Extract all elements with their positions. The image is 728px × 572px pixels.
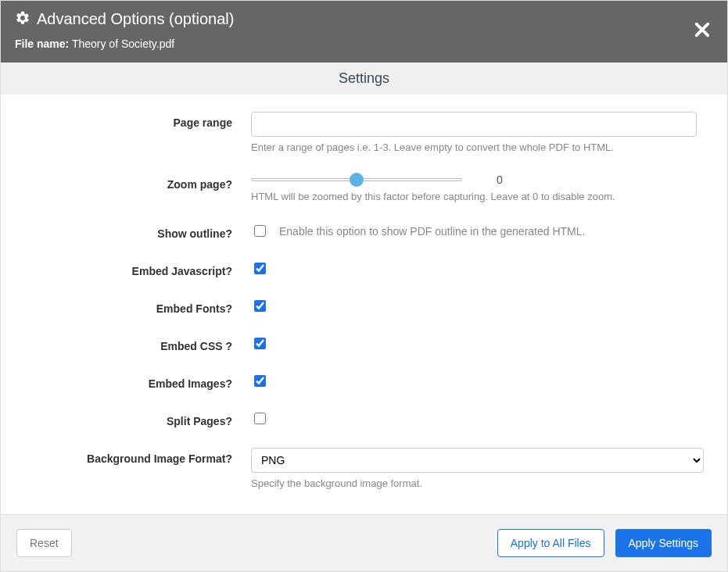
row-split-pages: Split Pages? (24, 410, 704, 427)
help-bg-format: Specify the background image format. (251, 477, 704, 489)
row-bg-format: Background Image Format? PNG Specify the… (24, 448, 704, 489)
row-zoom: Zoom page? 0 HTML will be zoomed by this… (24, 173, 704, 202)
row-embed-js: Embed Javascript? (24, 260, 704, 277)
modal-header: Advanced Options (optional) File name: T… (1, 1, 727, 63)
help-page-range: Enter a range of pages i.e. 1-3. Leave e… (251, 141, 704, 153)
help-zoom: HTML will be zoomed by this factor befor… (251, 191, 704, 202)
close-icon (694, 21, 711, 41)
page-range-input[interactable] (251, 112, 697, 137)
zoom-slider[interactable] (251, 173, 462, 186)
label-show-outline: Show outline? (24, 223, 251, 240)
file-row: File name: Theory of Society.pdf (15, 38, 713, 50)
row-embed-css: Embed CSS ? (24, 335, 704, 352)
embed-images-checkbox[interactable] (254, 375, 266, 387)
label-page-range: Page range (24, 112, 251, 129)
apply-settings-button[interactable]: Apply Settings (615, 529, 712, 557)
modal-footer: Reset Apply to All Files Apply Settings (1, 514, 727, 571)
gear-icon (15, 10, 30, 28)
file-name-label: File name: (15, 38, 69, 50)
show-outline-checkbox-label: Enable this option to show PDF outline i… (279, 225, 585, 238)
row-embed-images: Embed Images? (24, 373, 704, 390)
label-embed-js: Embed Javascript? (24, 260, 251, 277)
row-show-outline: Show outline? Enable this option to show… (24, 223, 704, 240)
show-outline-checkbox[interactable] (254, 225, 266, 237)
embed-fonts-checkbox[interactable] (254, 300, 266, 312)
file-name-value: Theory of Society.pdf (72, 38, 174, 50)
embed-css-checkbox[interactable] (254, 338, 266, 349)
label-split-pages: Split Pages? (24, 410, 251, 427)
form-area: Page range Enter a range of pages i.e. 1… (1, 95, 727, 514)
slider-thumb[interactable] (350, 173, 364, 187)
label-embed-images: Embed Images? (24, 373, 251, 390)
bg-format-select[interactable]: PNG (251, 448, 704, 473)
label-embed-fonts: Embed Fonts? (24, 298, 251, 315)
reset-button[interactable]: Reset (16, 529, 72, 557)
split-pages-checkbox[interactable] (254, 413, 266, 424)
embed-js-checkbox[interactable] (254, 263, 266, 274)
row-embed-fonts: Embed Fonts? (24, 298, 704, 315)
advanced-options-modal: Advanced Options (optional) File name: T… (0, 0, 728, 572)
row-page-range: Page range Enter a range of pages i.e. 1… (24, 112, 704, 153)
title-row: Advanced Options (optional) (15, 10, 713, 28)
label-zoom: Zoom page? (24, 173, 251, 191)
settings-heading: Settings (1, 63, 727, 95)
modal-title: Advanced Options (optional) (37, 10, 234, 28)
label-bg-format: Background Image Format? (24, 448, 251, 465)
zoom-value: 0 (484, 173, 515, 186)
label-embed-css: Embed CSS ? (24, 335, 251, 352)
footer-right: Apply to All Files Apply Settings (497, 529, 712, 557)
close-button[interactable] (693, 21, 712, 40)
apply-all-button[interactable]: Apply to All Files (497, 529, 604, 557)
